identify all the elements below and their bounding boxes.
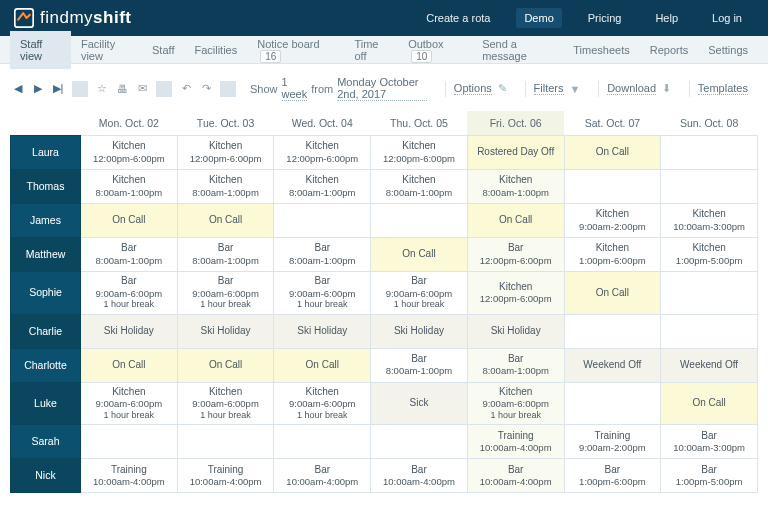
shift-cell[interactable]: Bar8:00am-1:00pm xyxy=(81,238,178,272)
shift-cell[interactable]: Bar10:00am-3:00pm xyxy=(661,425,758,459)
staff-name-cell[interactable]: Charlotte xyxy=(11,348,81,382)
tab-time-off[interactable]: Time off xyxy=(344,31,398,69)
tab-facilities[interactable]: Facilities xyxy=(184,37,247,63)
shift-cell[interactable]: On Call xyxy=(177,204,274,238)
staff-name-cell[interactable]: Nick xyxy=(11,459,81,493)
prev-icon[interactable]: ◀ xyxy=(10,81,26,97)
undo-icon[interactable]: ↶ xyxy=(178,81,194,97)
shift-cell[interactable] xyxy=(661,314,758,348)
shift-cell[interactable]: On Call xyxy=(274,348,371,382)
shift-cell[interactable]: Kitchen9:00am-6:00pm1 hour break xyxy=(177,382,274,425)
next-icon[interactable]: ▶ xyxy=(30,81,46,97)
nav-demo[interactable]: Demo xyxy=(516,8,561,28)
day-header[interactable]: Wed. Oct. 04 xyxy=(274,111,371,136)
tab-timesheets[interactable]: Timesheets xyxy=(563,37,639,63)
filters-link[interactable]: Filters xyxy=(534,82,564,95)
shift-cell[interactable]: On Call xyxy=(81,204,178,238)
shift-cell[interactable]: Bar12:00pm-6:00pm xyxy=(467,238,564,272)
staff-name-cell[interactable]: Thomas xyxy=(11,170,81,204)
shift-cell[interactable]: Rostered Day Off xyxy=(467,136,564,170)
staff-name-cell[interactable]: James xyxy=(11,204,81,238)
shift-cell[interactable]: On Call xyxy=(81,348,178,382)
shift-cell[interactable] xyxy=(564,170,661,204)
shift-cell[interactable]: Kitchen9:00am-6:00pm1 hour break xyxy=(81,382,178,425)
shift-cell[interactable]: Ski Holiday xyxy=(274,314,371,348)
staff-name-cell[interactable]: Luke xyxy=(11,382,81,425)
shift-cell[interactable]: On Call xyxy=(371,238,468,272)
nav-pricing[interactable]: Pricing xyxy=(580,8,630,28)
shift-cell[interactable]: Ski Holiday xyxy=(467,314,564,348)
shift-cell[interactable]: Kitchen8:00am-1:00pm xyxy=(274,170,371,204)
tab-facility-view[interactable]: Facility view xyxy=(71,31,142,69)
shift-cell[interactable] xyxy=(661,170,758,204)
shift-cell[interactable] xyxy=(371,204,468,238)
nav-create-rota[interactable]: Create a rota xyxy=(418,8,498,28)
day-header[interactable]: Sat. Oct. 07 xyxy=(564,111,661,136)
day-header[interactable]: Tue. Oct. 03 xyxy=(177,111,274,136)
day-header[interactable]: Fri. Oct. 06 xyxy=(467,111,564,136)
shift-cell[interactable]: Bar10:00am-4:00pm xyxy=(467,459,564,493)
staff-name-cell[interactable]: Laura xyxy=(11,136,81,170)
shift-cell[interactable] xyxy=(661,272,758,315)
shift-cell[interactable]: Kitchen12:00pm-6:00pm xyxy=(177,136,274,170)
shift-cell[interactable]: Kitchen12:00pm-6:00pm xyxy=(81,136,178,170)
staff-name-cell[interactable]: Charlie xyxy=(11,314,81,348)
shift-cell[interactable]: Weekend Off xyxy=(564,348,661,382)
shift-cell[interactable] xyxy=(371,425,468,459)
day-header[interactable]: Mon. Oct. 02 xyxy=(81,111,178,136)
shift-cell[interactable]: Kitchen12:00pm-6:00pm xyxy=(467,272,564,315)
shift-cell[interactable]: Bar9:00am-6:00pm1 hour break xyxy=(81,272,178,315)
shift-cell[interactable]: Ski Holiday xyxy=(81,314,178,348)
shift-cell[interactable]: Bar1:00pm-6:00pm xyxy=(564,459,661,493)
shift-cell[interactable]: Bar8:00am-1:00pm xyxy=(274,238,371,272)
shift-cell[interactable]: Bar10:00am-4:00pm xyxy=(274,459,371,493)
nav-login[interactable]: Log in xyxy=(704,8,750,28)
shift-cell[interactable]: Bar10:00am-4:00pm xyxy=(371,459,468,493)
shift-cell[interactable]: Bar8:00am-1:00pm xyxy=(177,238,274,272)
shift-cell[interactable] xyxy=(177,425,274,459)
shift-cell[interactable]: Kitchen8:00am-1:00pm xyxy=(371,170,468,204)
shift-cell[interactable]: Kitchen9:00am-2:00pm xyxy=(564,204,661,238)
shift-cell[interactable]: Kitchen12:00pm-6:00pm xyxy=(274,136,371,170)
day-header[interactable]: Sun. Oct. 08 xyxy=(661,111,758,136)
shift-cell[interactable]: On Call xyxy=(564,136,661,170)
templates-link[interactable]: Templates xyxy=(698,82,748,95)
shift-cell[interactable]: Kitchen8:00am-1:00pm xyxy=(467,170,564,204)
shift-cell[interactable]: Kitchen9:00am-6:00pm1 hour break xyxy=(467,382,564,425)
shift-cell[interactable]: Sick xyxy=(371,382,468,425)
staff-name-cell[interactable]: Matthew xyxy=(11,238,81,272)
shift-cell[interactable]: Training9:00am-2:00pm xyxy=(564,425,661,459)
shift-cell[interactable]: Ski Holiday xyxy=(371,314,468,348)
shift-cell[interactable]: Bar1:00pm-5:00pm xyxy=(661,459,758,493)
tab-settings[interactable]: Settings xyxy=(698,37,758,63)
today-icon[interactable]: ▶| xyxy=(50,81,66,97)
redo-icon[interactable]: ↷ xyxy=(198,81,214,97)
shift-cell[interactable]: Bar9:00am-6:00pm1 hour break xyxy=(274,272,371,315)
shift-cell[interactable]: Bar9:00am-6:00pm1 hour break xyxy=(371,272,468,315)
shift-cell[interactable] xyxy=(81,425,178,459)
shift-cell[interactable] xyxy=(274,204,371,238)
shift-cell[interactable]: Training10:00am-4:00pm xyxy=(467,425,564,459)
shift-cell[interactable]: On Call xyxy=(661,382,758,425)
shift-cell[interactable] xyxy=(661,136,758,170)
shift-cell[interactable]: Bar8:00am-1:00pm xyxy=(467,348,564,382)
print-icon[interactable]: 🖶 xyxy=(114,81,130,97)
download-link[interactable]: Download xyxy=(607,82,656,95)
shift-cell[interactable]: Bar8:00am-1:00pm xyxy=(371,348,468,382)
shift-cell[interactable]: Training10:00am-4:00pm xyxy=(177,459,274,493)
tab-send-message[interactable]: Send a message xyxy=(472,31,563,69)
span-select[interactable]: 1 week xyxy=(282,76,308,101)
shift-cell[interactable]: Kitchen1:00pm-6:00pm xyxy=(564,238,661,272)
tab-staff[interactable]: Staff xyxy=(142,37,184,63)
shift-cell[interactable]: Kitchen10:00am-3:00pm xyxy=(661,204,758,238)
shift-cell[interactable] xyxy=(564,314,661,348)
shift-cell[interactable]: Kitchen12:00pm-6:00pm xyxy=(371,136,468,170)
shift-cell[interactable]: Kitchen9:00am-6:00pm1 hour break xyxy=(274,382,371,425)
options-link[interactable]: Options xyxy=(454,82,492,95)
date-select[interactable]: Monday October 2nd, 2017 xyxy=(337,76,427,101)
shift-cell[interactable]: Kitchen1:00pm-5:00pm xyxy=(661,238,758,272)
mail-icon[interactable]: ✉ xyxy=(134,81,150,97)
staff-name-cell[interactable]: Sophie xyxy=(11,272,81,315)
tab-notice-board[interactable]: Notice board 16 xyxy=(247,31,344,69)
nav-help[interactable]: Help xyxy=(647,8,686,28)
